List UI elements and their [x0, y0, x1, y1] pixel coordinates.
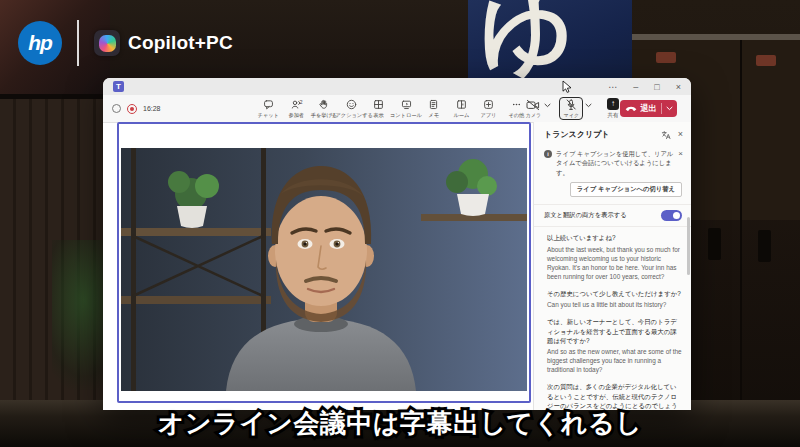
translation-settings-icon[interactable]	[661, 130, 671, 140]
camera-off-icon	[526, 99, 540, 111]
apps-icon	[483, 99, 494, 110]
mic-button-focused[interactable]: マイク	[559, 97, 583, 120]
rooms-button[interactable]: ルーム	[448, 96, 476, 119]
show-original-and-translation-row: 原文と翻訳の両方を表示する	[534, 204, 691, 227]
subtitle-text: オンライン会議中は字幕出してくれるし	[158, 408, 642, 438]
banner-character: ゆ	[480, 0, 574, 78]
share-icon: ↑	[607, 98, 619, 110]
control-button[interactable]: コントロール	[393, 96, 421, 119]
chevron-down-icon[interactable]	[585, 103, 592, 108]
device-controls: カメラ マイク	[524, 95, 594, 122]
window-close-button[interactable]: ×	[676, 82, 681, 92]
teams-icon: T	[113, 81, 124, 92]
video-scene	[121, 148, 527, 391]
view-button[interactable]: 表示	[365, 96, 393, 119]
chevron-down-icon[interactable]	[666, 106, 673, 111]
transcript-entry: では、新しいオーナーとして、今日のトラディショナルを経営する上で直面する最大の課…	[547, 317, 682, 374]
meeting-timer: 16:28	[143, 105, 161, 112]
mic-off-icon	[565, 99, 577, 111]
window-more-button[interactable]: ⋯	[608, 82, 617, 92]
door-handle	[758, 230, 771, 262]
meeting-toolbar: 16:28 チャット 2 参加者 手を挙げる リアクションする 表	[103, 95, 691, 123]
hp-logo-text: hp	[28, 31, 52, 55]
transcript-close-icon[interactable]: ×	[678, 130, 683, 139]
chevron-down-icon[interactable]	[544, 103, 551, 108]
info-icon: i	[544, 150, 552, 158]
phone-icon	[625, 105, 637, 112]
switch-to-live-captions-button[interactable]: ライブ キャプションへの切り替え	[570, 182, 682, 197]
window-titlebar[interactable]: T ⋯ – □ ×	[103, 78, 691, 95]
drawer-handle	[656, 52, 676, 63]
status-circle-icon	[112, 104, 121, 113]
copilot-label: Copilot+PC	[128, 32, 233, 54]
window-minimize-button[interactable]: –	[633, 82, 638, 92]
ellipsis-icon	[511, 99, 522, 110]
react-button[interactable]: リアクションする	[338, 96, 366, 119]
control-icon	[401, 99, 412, 110]
info-close-icon[interactable]: ×	[678, 149, 683, 177]
participants-button[interactable]: 2 参加者	[283, 96, 311, 119]
leave-button[interactable]: 退出	[620, 100, 677, 117]
grid-icon	[373, 99, 384, 110]
transcript-title: トランスクリプト	[544, 129, 661, 140]
drawer-handle	[756, 55, 776, 66]
rooms-icon	[456, 99, 467, 110]
toggle-label: 原文と翻訳の両方を表示する	[544, 211, 627, 220]
panel-scrollbar[interactable]	[687, 217, 690, 275]
active-speaker-frame[interactable]	[117, 122, 531, 403]
raise-hand-icon	[318, 99, 329, 110]
subtitle-caption: オンライン会議中は字幕出してくれるし オンライン会議中は字幕出してくれるし	[0, 406, 800, 441]
teams-meeting-window: T ⋯ – □ × 16:28 チャット 2 参加者 手を	[103, 78, 691, 410]
smiley-icon	[346, 99, 357, 110]
copilot-icon	[94, 30, 120, 56]
record-icon	[127, 104, 137, 114]
notes-icon	[428, 99, 439, 110]
apps-button[interactable]: アプリ	[475, 96, 503, 119]
brand-badge: hp Copilot+PC	[18, 20, 233, 66]
meeting-status-group: 16:28	[112, 95, 161, 122]
transcript-entry: その歴史について少し教えていただけますか? Can you tell us a …	[547, 289, 682, 309]
camera-button[interactable]: カメラ	[524, 99, 542, 119]
transcript-entries[interactable]: 以上続いていますよね? About the last week, but tha…	[534, 227, 691, 410]
toolbar-buttons: チャット 2 参加者 手を挙げる リアクションする 表示 コントロール	[255, 96, 530, 119]
door-handle	[708, 228, 721, 260]
live-caption-info-text: ライブ キャプションを使用して、リアルタイムで会話についていけるようにします。	[556, 149, 674, 177]
hp-logo: hp	[18, 21, 62, 65]
remote-video	[121, 148, 527, 391]
translation-toggle-on[interactable]	[661, 210, 682, 221]
notes-button[interactable]: メモ	[420, 96, 448, 119]
mouse-cursor	[562, 80, 574, 94]
participants-count: 2	[300, 99, 303, 105]
transcript-entry: 以上続いていますよね? About the last week, but tha…	[547, 233, 682, 281]
chat-icon	[263, 99, 274, 110]
transcript-panel: トランスクリプト × i ライブ キャプションを使用して、リアルタイムで会話につ…	[533, 122, 691, 410]
window-maximize-button[interactable]: □	[654, 82, 659, 92]
live-caption-info: i ライブ キャプションを使用して、リアルタイムで会話についていけるようにします…	[534, 144, 691, 181]
brand-separator	[77, 20, 79, 66]
chat-button[interactable]: チャット	[255, 96, 283, 119]
